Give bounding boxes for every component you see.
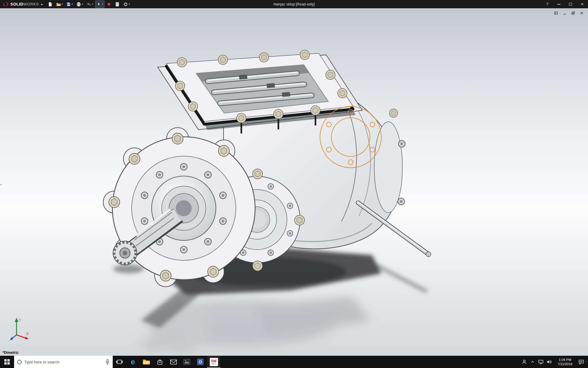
- options-button[interactable]: ▾: [122, 1, 131, 8]
- graphics-area[interactable]: ◂: [0, 8, 588, 356]
- volume-icon: [546, 359, 552, 364]
- solidworks-logo: SOLIDWORKS: [2, 2, 39, 7]
- new-document-button[interactable]: [47, 1, 54, 8]
- open-button[interactable]: ▾: [55, 1, 64, 8]
- solidworks-taskbar-button[interactable]: SW 2017: [207, 356, 221, 368]
- volume-tray-button[interactable]: [545, 356, 553, 368]
- spline-coupling: [113, 241, 137, 265]
- movies-tv-button[interactable]: [180, 356, 194, 368]
- titlebar: SOLIDWORKS ▸ ▾: [0, 0, 588, 8]
- photos-button[interactable]: [194, 356, 207, 368]
- minimize-button[interactable]: [553, 0, 565, 8]
- file-properties-button[interactable]: [114, 1, 121, 8]
- document-title: menjac sklop [Read-only]: [273, 2, 315, 6]
- taskbar-search[interactable]: [14, 356, 113, 368]
- x-axis-arrow: [25, 337, 29, 339]
- action-center-button[interactable]: [577, 356, 585, 368]
- mail-button[interactable]: [167, 356, 180, 368]
- gear-icon: [123, 2, 128, 7]
- window-controls: ? ×: [541, 0, 588, 8]
- network-icon: [538, 359, 544, 364]
- rebuild-button[interactable]: [105, 1, 113, 8]
- open-folder-icon: [56, 2, 61, 7]
- windows-taskbar: e: [0, 356, 588, 368]
- rebuild-icon: [107, 2, 111, 7]
- orientation-triad: Y X: [7, 316, 31, 342]
- doc-float-icon: [554, 11, 558, 15]
- brand-works: WORKS: [23, 2, 39, 6]
- document-window-controls: [554, 11, 584, 15]
- clock-date: 7/11/2018: [553, 362, 577, 366]
- edge-button[interactable]: e: [126, 356, 140, 368]
- view-orientation-label: *Dimetric: [2, 351, 19, 355]
- gearbox-3d-model[interactable]: [95, 36, 432, 355]
- dassault-systemes-logo-icon: [2, 2, 9, 7]
- solidworks-window: SOLIDWORKS ▸ ▾: [0, 0, 588, 368]
- edge-icon: e: [131, 358, 135, 366]
- store-icon: [156, 358, 163, 365]
- dropdown-caret-icon[interactable]: ▾: [72, 3, 73, 6]
- store-button[interactable]: [153, 356, 167, 368]
- save-floppy-icon: [66, 2, 71, 7]
- start-button[interactable]: [0, 356, 14, 368]
- brand-text: SOLIDWORKS: [10, 2, 39, 6]
- panel-collapse-arrow[interactable]: ◂: [0, 181, 3, 189]
- select-cursor-icon: [96, 2, 101, 7]
- x-axis-label: X: [26, 332, 29, 335]
- doc-restore-icon: [571, 11, 575, 15]
- dropdown-caret-icon[interactable]: ▾: [92, 3, 93, 6]
- menu-expand-arrow[interactable]: ▸: [41, 2, 43, 6]
- tray-overflow-button[interactable]: [529, 356, 536, 368]
- doc-minimize-icon: [563, 11, 567, 15]
- mail-icon: [170, 359, 177, 365]
- solidworks-app-icon: SW 2017: [210, 358, 218, 366]
- windows-logo-icon: [4, 359, 10, 365]
- dropdown-caret-icon[interactable]: ▾: [82, 3, 83, 6]
- file-explorer-button[interactable]: [140, 356, 153, 368]
- dropdown-caret-icon[interactable]: ▾: [62, 3, 63, 6]
- maximize-icon: [569, 3, 572, 6]
- doc-close-button[interactable]: [580, 11, 584, 15]
- file-explorer-icon: [143, 359, 150, 365]
- taskbar-spacer: [221, 356, 520, 368]
- show-desktop-button[interactable]: [586, 361, 587, 362]
- close-button[interactable]: ×: [576, 0, 588, 8]
- photos-icon: [197, 358, 204, 365]
- system-tray: 1:04 PM 7/11/2018: [520, 356, 588, 368]
- dropdown-caret-icon[interactable]: ▾: [102, 3, 103, 6]
- movies-tv-icon: [183, 359, 190, 365]
- minimize-icon: [557, 4, 560, 5]
- save-button[interactable]: ▾: [65, 1, 74, 8]
- clock-time: 1:04 PM: [553, 358, 577, 362]
- search-input[interactable]: [24, 360, 103, 364]
- doc-close-icon: [580, 11, 584, 15]
- task-view-icon: [116, 358, 123, 365]
- doc-float-button[interactable]: [554, 11, 559, 15]
- help-button[interactable]: ?: [541, 0, 553, 8]
- select-tool-button[interactable]: ▾: [95, 1, 104, 8]
- new-document-icon: [48, 2, 53, 7]
- dropdown-caret-icon[interactable]: ▾: [129, 3, 130, 6]
- maximize-button[interactable]: [565, 0, 576, 8]
- brand-solid: SOLID: [10, 2, 23, 6]
- taskbar-clock[interactable]: 1:04 PM 7/11/2018: [553, 358, 577, 366]
- doc-restore-button[interactable]: [571, 11, 576, 15]
- print-button[interactable]: ▾: [75, 1, 84, 8]
- people-icon: [522, 359, 527, 364]
- people-tray-button[interactable]: [520, 356, 528, 368]
- microphone-icon[interactable]: [105, 359, 110, 365]
- y-axis-label: Y: [19, 318, 21, 322]
- quick-access-toolbar: ▾ ▾ ▾: [47, 1, 131, 8]
- chevron-up-icon: [530, 360, 535, 364]
- print-icon: [76, 2, 81, 7]
- action-center-icon: [578, 359, 584, 365]
- network-tray-button[interactable]: [537, 356, 545, 368]
- undo-icon: [86, 2, 91, 7]
- file-properties-icon: [115, 2, 120, 7]
- undo-button[interactable]: ▾: [85, 1, 94, 8]
- task-view-button[interactable]: [113, 356, 126, 368]
- doc-minimize-button[interactable]: [563, 11, 567, 15]
- cortana-icon: [17, 360, 22, 364]
- y-axis-arrow: [15, 318, 18, 322]
